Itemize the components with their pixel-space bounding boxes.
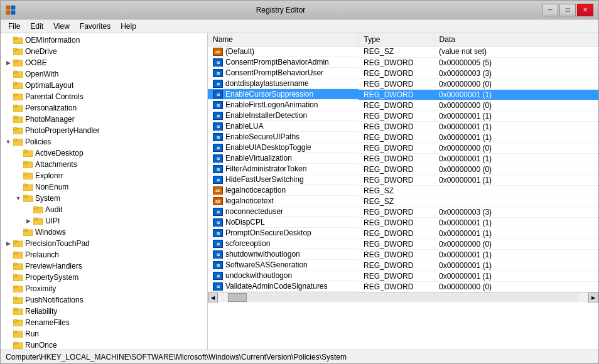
col-type[interactable]: Type [359,33,434,46]
table-row[interactable]: ablegalnoticecaptionREG_SZ [208,185,598,196]
folder-icon-audit [33,205,43,214]
tree-item-policies[interactable]: ▼ Policies [1,136,207,147]
close-button[interactable]: ✕ [577,4,593,16]
table-row[interactable]: ⊞EnableFirstLogonAnimationREG_DWORD0x000… [208,100,598,110]
tree-expander-oobe[interactable]: ▶ [3,58,13,68]
tree-item-onedrive[interactable]: OneDrive [1,46,207,57]
tree-expander-parental[interactable] [3,92,13,102]
tree-item-activedesktop[interactable]: ActiveDesktop [1,147,207,159]
tree-item-renamefiles[interactable]: RenameFiles [1,317,207,328]
tree-expander-photomanager[interactable] [3,114,13,124]
tree-expander-optimallayout[interactable] [3,80,13,90]
table-row[interactable]: ⊞shutdownwithoutlogonREG_DWORD0x00000001… [208,249,598,260]
tree-item-oem[interactable]: OEMInformation [1,35,207,46]
tree-expander-explorer[interactable] [13,171,23,181]
tree-item-runonce[interactable]: RunOnce [1,340,207,350]
tree-expander-attachments[interactable] [13,159,23,169]
table-row[interactable]: ⊞ConsentPromptBehaviorAdminREG_DWORD0x00… [208,57,598,68]
table-row[interactable]: ⊞scforceoptionREG_DWORD0x00000000 (0) [208,238,598,249]
tree-item-openwith[interactable]: OpenWith [1,68,207,80]
tree-expander-system[interactable]: ▼ [13,193,23,203]
tree-expander-propertysystem[interactable] [3,272,13,282]
tree-expander-openwith[interactable] [3,69,13,79]
table-row[interactable]: ⊞HideFastUserSwitchingREG_DWORD0x0000000… [208,174,598,185]
tree-item-parental[interactable]: Parental Controls [1,91,207,102]
tree-item-personalization[interactable]: Personalization [1,102,207,114]
tree-expander-reliability[interactable] [3,306,13,316]
tree-item-propertysystem[interactable]: PropertySystem [1,272,207,283]
table-row[interactable]: ⊞PromptOnSecureDesktopREG_DWORD0x0000000… [208,228,598,238]
tree-expander-photoproperty[interactable] [3,126,13,136]
scroll-right-btn[interactable]: ▶ [588,292,598,302]
tree-pane[interactable]: OEMInformation OneDrive▶ OOBE OpenWith O… [1,33,208,350]
maximize-button[interactable]: □ [559,4,576,16]
scroll-left-btn[interactable]: ◀ [208,292,218,302]
tree-expander-precisiontouchpad[interactable]: ▶ [3,238,13,249]
menu-file[interactable]: File [3,21,25,32]
tree-item-oobe[interactable]: ▶ OOBE [1,57,207,68]
data-cell: 0x00000003 (3) [434,68,598,78]
tree-item-photomanager[interactable]: PhotoManager [1,114,207,125]
tree-expander-uipi[interactable]: ▶ [23,216,33,226]
tree-expander-activedesktop[interactable] [13,148,23,158]
detail-pane[interactable]: Name Type Data ab(Default)REG_SZ(value n… [208,33,598,350]
tree-item-precisiontouchpad[interactable]: ▶ PrecisionTouchPad [1,238,207,249]
tree-expander-audit[interactable] [23,205,33,215]
table-row[interactable]: ⊞SoftwareSASGenerationREG_DWORD0x0000000… [208,260,598,270]
menu-help[interactable]: Help [116,21,141,32]
tree-item-explorer[interactable]: Explorer [1,170,207,181]
tree-item-system[interactable]: ▼ System [1,193,207,204]
tree-item-proximity[interactable]: Proximity [1,283,207,294]
tree-expander-run[interactable] [3,329,13,339]
table-row[interactable]: ⊞EnableCursorSuppressionREG_DWORD0x00000… [208,89,598,100]
table-row[interactable]: ⊞ValidateAdminCodeSignaturesREG_DWORD0x0… [208,281,598,292]
tree-item-optimallayout[interactable]: OptimalLayout [1,80,207,91]
tree-expander-onedrive[interactable] [3,46,13,56]
tree-item-run[interactable]: Run [1,328,207,340]
scrollbar-thumb[interactable] [228,293,247,302]
table-row[interactable]: ⊞ConsentPromptBehaviorUserREG_DWORD0x000… [208,68,598,78]
col-data[interactable]: Data [434,33,598,46]
tree-item-audit[interactable]: Audit [1,204,207,215]
tree-expander-pushnotifications[interactable] [3,295,13,305]
table-row[interactable]: ⊞dontdisplaylastusernameREG_DWORD0x00000… [208,78,598,89]
col-name[interactable]: Name [208,33,359,46]
tree-item-pushnotifications[interactable]: PushNotifications [1,294,207,306]
scrollbar-track[interactable] [228,293,578,302]
tree-expander-policies[interactable]: ▼ [3,137,13,147]
tree-expander-runonce[interactable] [3,340,13,350]
table-row[interactable]: ablegalnoticetextREG_SZ [208,196,598,206]
tree-expander-windows[interactable] [13,227,23,237]
table-row[interactable]: ⊞EnableUIADesktopToggleREG_DWORD0x000000… [208,142,598,153]
horizontal-scrollbar[interactable]: ◀ ▶ [208,292,598,302]
tree-expander-personalization[interactable] [3,103,13,113]
table-row[interactable]: ⊞EnableVirtualizationREG_DWORD0x00000001… [208,153,598,164]
menu-favorites[interactable]: Favorites [75,21,116,32]
table-row[interactable]: ab(Default)REG_SZ(value not set) [208,46,598,58]
menu-view[interactable]: View [48,21,75,32]
minimize-button[interactable]: ─ [542,4,558,16]
tree-item-prelaunch[interactable]: Prelaunch [1,249,207,260]
table-row[interactable]: ⊞noconnecteduserREG_DWORD0x00000003 (3) [208,206,598,217]
tree-item-photoproperty[interactable]: PhotoPropertyHandler [1,125,207,136]
tree-item-attachments[interactable]: Attachments [1,159,207,170]
tree-item-previewhandlers[interactable]: PreviewHandlers [1,260,207,272]
table-row[interactable]: ⊞EnableLUAREG_DWORD0x00000001 (1) [208,121,598,132]
tree-expander-previewhandlers[interactable] [3,261,13,271]
reg-dword-icon: ⊞ [213,80,223,88]
table-row[interactable]: ⊞undockwithoutlogonREG_DWORD0x00000001 (… [208,270,598,281]
tree-expander-oem[interactable] [3,35,13,45]
tree-expander-nonenum[interactable] [13,182,23,192]
tree-item-nonenum[interactable]: NonEnum [1,181,207,193]
tree-item-reliability[interactable]: Reliability [1,306,207,317]
tree-expander-proximity[interactable] [3,284,13,294]
tree-expander-prelaunch[interactable] [3,250,13,260]
table-row[interactable]: ⊞EnableSecureUIPathsREG_DWORD0x00000001 … [208,132,598,142]
table-row[interactable]: ⊞NoDispCPLREG_DWORD0x00000001 (1) [208,217,598,228]
tree-item-uipi[interactable]: ▶ UIPI [1,215,207,227]
menu-edit[interactable]: Edit [25,21,48,32]
tree-item-windows[interactable]: Windows [1,227,207,238]
tree-expander-renamefiles[interactable] [3,318,13,328]
table-row[interactable]: ⊞FilterAdministratorTokenREG_DWORD0x0000… [208,164,598,174]
table-row[interactable]: ⊞EnableInstallerDetectionREG_DWORD0x0000… [208,110,598,121]
